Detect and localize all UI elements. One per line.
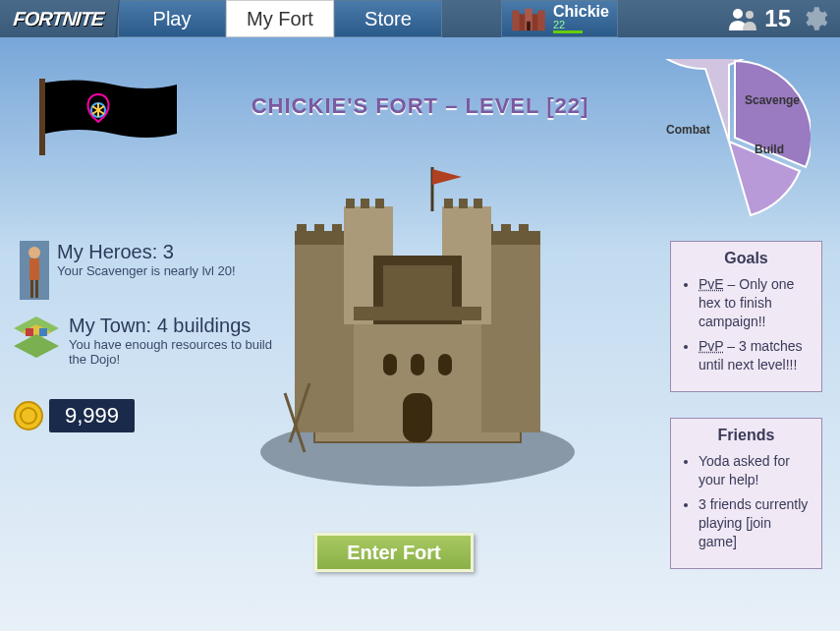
hero-icon [20, 241, 49, 300]
svg-rect-1 [512, 11, 519, 31]
svg-rect-40 [375, 199, 384, 208]
friends-icon [727, 7, 758, 30]
svg-rect-29 [297, 224, 307, 234]
town-icon [12, 315, 61, 359]
friend-item[interactable]: 3 friends currently playing [join game] [699, 495, 812, 551]
svg-point-13 [28, 247, 40, 258]
tab-my-fort[interactable]: My Fort [226, 0, 334, 37]
svg-rect-31 [332, 224, 342, 234]
friends-title: Friends [681, 427, 812, 444]
player-level: 22 [553, 20, 583, 33]
goals-panel: Goals PvE – Only one hex to finish campa… [670, 241, 822, 392]
svg-rect-51 [403, 393, 432, 442]
player-name: Chickie [553, 4, 609, 20]
svg-marker-21 [14, 334, 59, 358]
svg-rect-47 [354, 307, 481, 320]
fort-image [236, 138, 599, 501]
top-bar: FORTNITE Play My Fort Store Chickie 22 1… [0, 0, 840, 37]
svg-rect-35 [501, 224, 511, 234]
svg-rect-15 [30, 280, 33, 298]
tab-play[interactable]: Play [118, 0, 226, 37]
svg-rect-19 [26, 328, 33, 336]
activity-pie-chart: Combat Scavenge Build [648, 59, 811, 221]
svg-rect-36 [519, 224, 529, 234]
game-logo: FORTNITE [0, 0, 120, 37]
svg-rect-48 [383, 354, 397, 375]
svg-point-22 [15, 402, 42, 430]
svg-rect-39 [361, 199, 369, 208]
svg-rect-50 [438, 354, 452, 375]
tab-store[interactable]: Store [334, 0, 442, 37]
castle-icon [510, 5, 547, 32]
svg-rect-44 [474, 199, 482, 208]
friends-panel: Friends Yoda asked for your help! 3 frie… [670, 418, 822, 569]
svg-point-5 [733, 9, 743, 19]
heroes-sub: Your Scavenger is nearly lvl 20! [57, 263, 236, 278]
pie-label-scavenge: Scavenge [745, 93, 800, 107]
svg-rect-49 [411, 354, 424, 375]
svg-rect-38 [346, 199, 355, 208]
enter-fort-button[interactable]: Enter Fort [314, 533, 474, 572]
svg-rect-30 [314, 224, 324, 234]
svg-rect-14 [29, 258, 39, 280]
settings-icon[interactable] [801, 5, 828, 32]
goal-item[interactable]: PvE – Only one hex to finish campaign!! [699, 275, 812, 331]
friend-count[interactable]: 15 [727, 5, 791, 32]
heroes-heading: My Heroes: 3 [57, 241, 236, 263]
svg-rect-20 [39, 328, 47, 336]
friend-count-value: 15 [764, 5, 791, 32]
pie-label-combat: Combat [666, 123, 710, 137]
coins-display[interactable]: 9,999 [14, 399, 135, 432]
coin-icon [14, 401, 43, 430]
svg-rect-42 [444, 199, 453, 208]
svg-point-6 [746, 11, 754, 19]
goals-title: Goals [681, 250, 812, 267]
svg-rect-4 [527, 22, 531, 30]
pie-label-build: Build [755, 143, 784, 156]
svg-rect-16 [35, 280, 38, 298]
svg-rect-2 [537, 11, 544, 31]
friend-item[interactable]: Yoda asked for your help! [699, 452, 812, 489]
svg-rect-43 [459, 199, 468, 208]
player-badge[interactable]: Chickie 22 [501, 0, 618, 37]
goal-item[interactable]: PvP – 3 matches until next level!!! [699, 337, 812, 374]
coin-value: 9,999 [49, 399, 135, 432]
